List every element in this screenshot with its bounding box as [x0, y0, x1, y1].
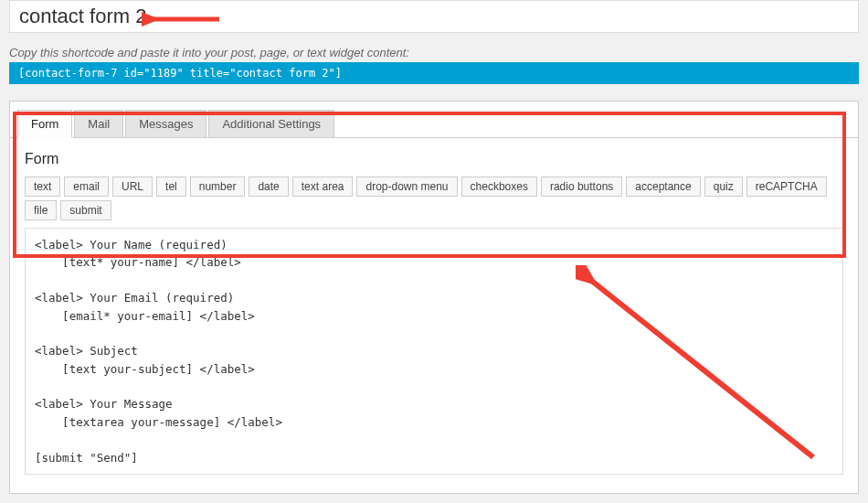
tag-button-url[interactable]: URL: [112, 177, 153, 197]
shortcode-bar[interactable]: [contact-form-7 id="1189" title="contact…: [9, 62, 859, 84]
tabs-row: FormMailMessagesAdditional Settings: [10, 102, 858, 138]
tag-button-acceptance[interactable]: acceptance: [626, 177, 700, 197]
tag-button-text[interactable]: text: [25, 177, 60, 197]
tab-mail[interactable]: Mail: [74, 110, 123, 138]
svg-line-3: [589, 279, 813, 457]
shortcode-hint: Copy this shortcode and paste it into yo…: [9, 46, 859, 59]
tag-button-tel[interactable]: tel: [156, 177, 186, 197]
annotation-arrow-title: [142, 5, 224, 33]
tab-messages[interactable]: Messages: [125, 110, 206, 138]
tag-buttons-row: textemailURLtelnumberdatetext areadrop-d…: [25, 177, 843, 220]
tag-button-drop-down-menu[interactable]: drop-down menu: [356, 177, 457, 197]
tag-button-recaptcha[interactable]: reCAPTCHA: [746, 177, 827, 197]
form-title-input[interactable]: [9, 0, 859, 33]
tag-button-submit[interactable]: submit: [60, 200, 111, 220]
tag-button-email[interactable]: email: [64, 177, 109, 197]
section-heading: Form: [25, 151, 843, 167]
tag-button-file[interactable]: file: [25, 200, 57, 220]
tag-button-radio-buttons[interactable]: radio buttons: [541, 177, 622, 197]
tag-button-checkboxes[interactable]: checkboxes: [461, 177, 537, 197]
tab-form[interactable]: Form: [17, 110, 72, 138]
tag-button-quiz[interactable]: quiz: [704, 177, 743, 197]
tag-button-date[interactable]: date: [249, 177, 288, 197]
tag-button-number[interactable]: number: [190, 177, 246, 197]
tag-button-text-area[interactable]: text area: [292, 177, 354, 197]
annotation-arrow-panel: [576, 265, 831, 476]
tab-additional-settings[interactable]: Additional Settings: [208, 110, 334, 138]
